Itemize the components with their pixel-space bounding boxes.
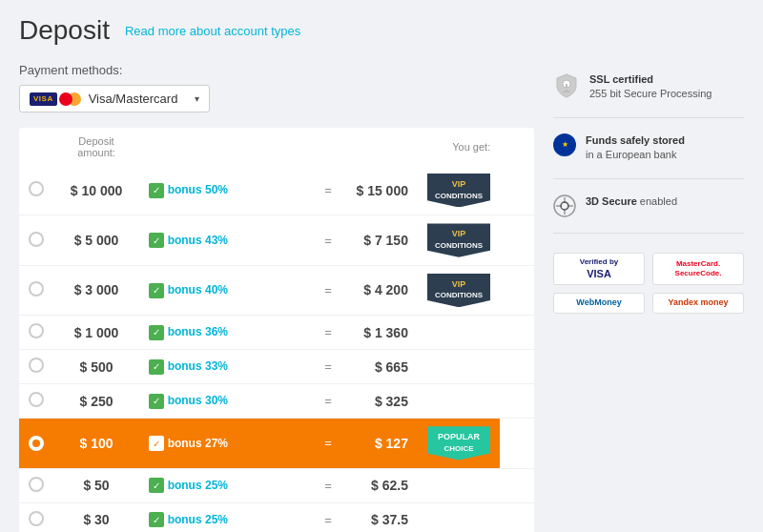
equals-sign: = bbox=[315, 419, 341, 468]
radio-button[interactable] bbox=[29, 392, 44, 407]
radio-cell[interactable] bbox=[19, 166, 53, 215]
webmoney-label: WebMoney bbox=[576, 297, 621, 309]
bonus-percentage: bonus 25% bbox=[168, 479, 228, 492]
mc-label-1: MasterCard. bbox=[675, 259, 722, 269]
result-amount: $ 15 000 bbox=[341, 166, 418, 215]
result-amount: $ 7 150 bbox=[341, 215, 418, 265]
funds-subtitle: in a European bank bbox=[586, 149, 676, 160]
check-icon: ✓ bbox=[149, 233, 164, 248]
table-row[interactable]: $ 50✓ bonus 25%=$ 62.5 bbox=[19, 468, 534, 502]
deposit-table: Deposit amount: You get: $ 10 000✓ bonus… bbox=[19, 128, 534, 532]
bonus-cell: ✓ bonus 30% bbox=[139, 384, 315, 419]
verified-by-visa-logo: Verified by VISA bbox=[553, 253, 645, 286]
deposit-amount: $ 1 000 bbox=[53, 316, 139, 350]
badge-cell: VIPCONDITIONS bbox=[418, 215, 500, 265]
radio-header bbox=[19, 128, 53, 166]
radio-cell[interactable] bbox=[19, 419, 53, 468]
visa-label: VISA bbox=[580, 267, 618, 280]
table-row[interactable]: $ 500✓ bonus 33%=$ 665 bbox=[19, 350, 534, 384]
read-more-link[interactable]: Read more about account types bbox=[125, 24, 300, 38]
funds-text: Funds safely stored in a European bank bbox=[586, 133, 685, 163]
radio-button[interactable] bbox=[29, 232, 44, 247]
visa-logo: VISA bbox=[30, 92, 57, 106]
deposit-amount: $ 50 bbox=[53, 468, 139, 502]
vip-conditions-badge: VIPCONDITIONS bbox=[427, 274, 490, 307]
bonus-percentage: bonus 30% bbox=[168, 394, 228, 407]
radio-button[interactable] bbox=[29, 181, 44, 196]
radio-button[interactable] bbox=[29, 281, 44, 297]
table-row[interactable]: $ 5 000✓ bonus 43%=$ 7 150VIPCONDITIONS bbox=[19, 215, 534, 265]
radio-cell[interactable] bbox=[19, 265, 53, 315]
bonus-cell: ✓ bonus 25% bbox=[139, 502, 315, 532]
table-header-row: Deposit amount: You get: bbox=[19, 128, 534, 166]
ssl-security-item: SSL certified 255 bit Secure Processing bbox=[553, 72, 744, 102]
result-amount: $ 37.5 bbox=[341, 502, 418, 532]
check-icon: ✓ bbox=[149, 325, 164, 340]
table-row[interactable]: $ 10 000✓ bonus 50%=$ 15 000VIPCONDITION… bbox=[19, 166, 534, 215]
badge-cell: POPULARCHOICE bbox=[418, 419, 500, 468]
equals-sign: = bbox=[315, 502, 341, 532]
divider-1 bbox=[553, 117, 744, 118]
table-row[interactable]: $ 100✓ bonus 27%=$ 127POPULARCHOICE bbox=[19, 419, 534, 468]
deposit-table-body: $ 10 000✓ bonus 50%=$ 15 000VIPCONDITION… bbox=[19, 166, 534, 532]
deposit-page: Deposit Read more about account types Pa… bbox=[0, 0, 763, 532]
radio-button[interactable] bbox=[29, 436, 44, 451]
deposit-amount: $ 100 bbox=[53, 419, 139, 468]
deposit-amount: $ 10 000 bbox=[53, 166, 139, 215]
popular-choice-badge: POPULARCHOICE bbox=[427, 426, 490, 460]
visa-mc-icon: VISA bbox=[30, 92, 81, 106]
radio-cell[interactable] bbox=[19, 215, 53, 265]
eu-flag-icon: ★ bbox=[553, 133, 576, 156]
3d-secure-suffix: enabled bbox=[637, 195, 677, 207]
radio-cell[interactable] bbox=[19, 316, 53, 350]
divider-2 bbox=[553, 178, 744, 179]
payment-method-dropdown[interactable]: VISA Visa/Mastercard ▾ bbox=[19, 85, 210, 113]
3d-secure-item: 3D Secure enabled bbox=[553, 194, 744, 217]
radio-cell[interactable] bbox=[19, 502, 53, 532]
deposit-amount: $ 500 bbox=[53, 350, 139, 384]
left-panel: Payment methods: VISA Visa/Mastercard ▾ bbox=[19, 63, 534, 532]
bonus-percentage: bonus 43% bbox=[168, 234, 228, 247]
bonus-percentage: bonus 33% bbox=[168, 359, 228, 373]
page-title: Deposit bbox=[19, 15, 110, 46]
deposit-amount: $ 5 000 bbox=[53, 215, 139, 265]
bonus-percentage: bonus 25% bbox=[168, 513, 228, 526]
radio-cell[interactable] bbox=[19, 384, 53, 419]
check-icon: ✓ bbox=[149, 183, 164, 198]
result-amount: $ 665 bbox=[341, 350, 418, 384]
check-icon: ✓ bbox=[149, 359, 164, 375]
badge-cell bbox=[418, 384, 500, 419]
radio-button[interactable] bbox=[29, 323, 44, 338]
vip-conditions-badge: VIPCONDITIONS bbox=[427, 223, 490, 256]
equals-sign: = bbox=[315, 468, 341, 502]
radio-button[interactable] bbox=[29, 358, 44, 373]
payment-methods-label: Payment methods: bbox=[19, 63, 534, 77]
vip-conditions-badge: VIPCONDITIONS bbox=[427, 174, 490, 207]
radio-button[interactable] bbox=[29, 477, 44, 492]
page-header: Deposit Read more about account types bbox=[19, 15, 744, 46]
check-icon: ✓ bbox=[149, 283, 164, 298]
bonus-percentage: bonus 40% bbox=[168, 283, 228, 297]
3d-secure-title: 3D Secure bbox=[586, 195, 637, 207]
equals-sign: = bbox=[315, 265, 341, 315]
ssl-shield-icon bbox=[553, 72, 580, 99]
result-amount: $ 62.5 bbox=[341, 468, 418, 502]
radio-button[interactable] bbox=[29, 511, 44, 526]
yandex-label: Yandex money bbox=[668, 297, 728, 309]
deposit-amount: $ 30 bbox=[53, 502, 139, 532]
bonus-cell: ✓ bonus 33% bbox=[139, 350, 315, 384]
table-row[interactable]: $ 30✓ bonus 25%=$ 37.5 bbox=[19, 502, 534, 532]
badge-header bbox=[500, 128, 534, 166]
table-row[interactable]: $ 1 000✓ bonus 36%=$ 1 360 bbox=[19, 316, 534, 350]
funds-security-item: ★ Funds safely stored in a European bank bbox=[553, 133, 744, 163]
divider-3 bbox=[553, 233, 744, 234]
you-get-header: You get: bbox=[418, 128, 500, 166]
radio-cell[interactable] bbox=[19, 468, 53, 502]
equals-sign: = bbox=[315, 215, 341, 265]
table-row[interactable]: $ 250✓ bonus 30%=$ 325 bbox=[19, 384, 534, 419]
result-amount: $ 325 bbox=[341, 384, 418, 419]
radio-cell[interactable] bbox=[19, 350, 53, 384]
check-icon: ✓ bbox=[149, 394, 164, 409]
equals-sign: = bbox=[315, 166, 341, 215]
table-row[interactable]: $ 3 000✓ bonus 40%=$ 4 200VIPCONDITIONS bbox=[19, 265, 534, 315]
